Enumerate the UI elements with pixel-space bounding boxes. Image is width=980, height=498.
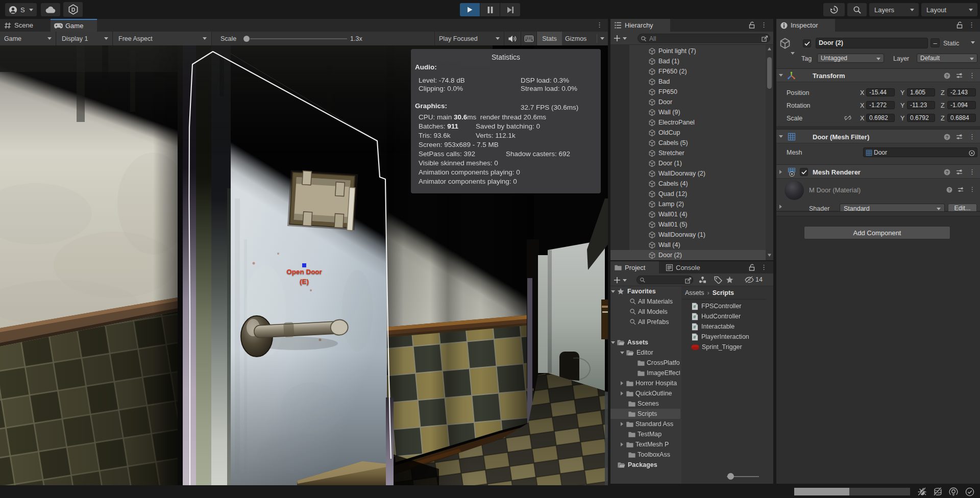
- svg-text:D: D: [71, 7, 75, 13]
